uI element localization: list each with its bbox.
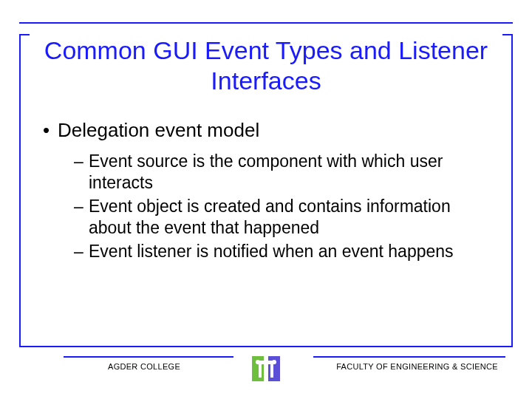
svg-rect-3 [259,364,262,378]
slide: Common GUI Event Types and Listener Inte… [0,0,532,399]
svg-point-6 [256,360,260,364]
svg-rect-4 [265,364,267,378]
svg-point-7 [272,360,276,364]
slide-title: Common GUI Event Types and Listener Inte… [30,33,502,99]
bullet-level-2: Event source is the component with which… [74,151,495,194]
bullet-level-2-group: Event source is the component with which… [43,151,495,262]
slide-body: Delegation event model Event source is t… [43,118,495,264]
bullet-level-1: Delegation event model [43,118,495,143]
svg-rect-5 [270,364,273,378]
top-rule [19,22,513,24]
bullet-level-2: Event object is created and contains inf… [74,196,495,239]
footer-rule-left [64,356,233,358]
footer-left-text: AGDER COLLEGE [108,362,180,371]
footer-right-text: FACULTY OF ENGINEERING & SCIENCE [336,362,498,371]
footer-rule-right [313,356,505,358]
bullet-level-2: Event listener is notified when an event… [74,241,495,262]
logo-icon [249,352,283,386]
